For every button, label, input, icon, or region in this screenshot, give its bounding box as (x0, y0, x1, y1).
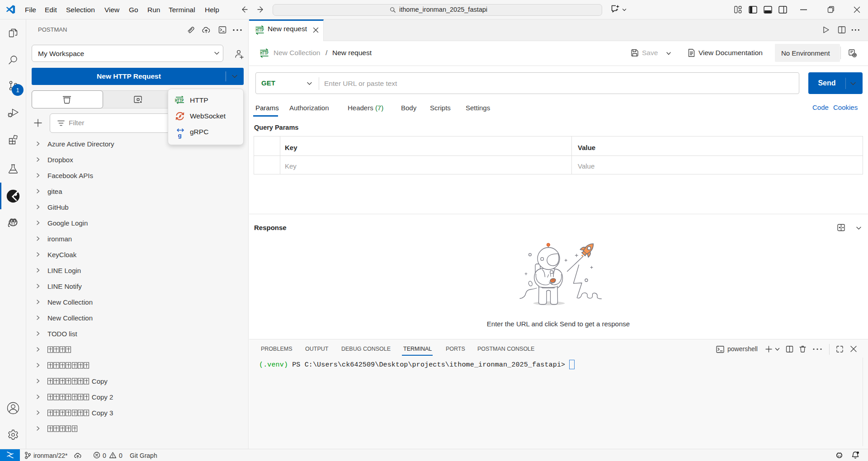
svg-text:g: g (178, 132, 182, 139)
svg-text:HTTP: HTTP (260, 51, 269, 56)
svg-text:HTTP: HTTP (256, 28, 264, 33)
